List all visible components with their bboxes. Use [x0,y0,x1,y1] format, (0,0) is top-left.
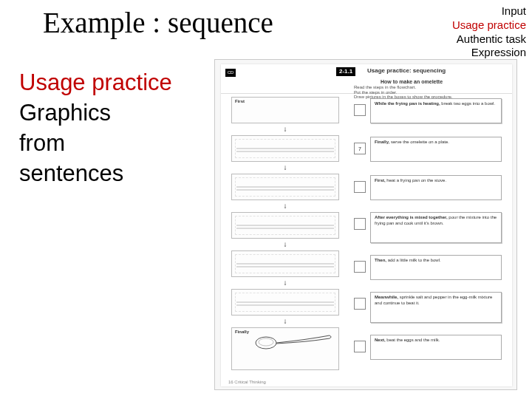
nav-item-input: Input [452,4,526,18]
step-box: Next, beat the eggs and the milk. [370,335,502,360]
step-row: Meanwhile, sprinkle salt and pepper in t… [354,292,506,321]
step-number-box [354,261,366,273]
arrow-down-icon: ↓ [282,202,289,210]
flow-box [231,174,339,200]
unit-title: Usage practice: sequencing [367,67,446,74]
step-text: Meanwhile, sprinkle salt and pepper in t… [375,295,497,306]
page-footer: 16 Critical Thinking [228,380,266,384]
flow-box [231,135,339,162]
arrow-down-icon: ↓ [282,163,289,171]
step-number-box [354,104,366,116]
arrow-down-icon: ↓ [282,125,289,133]
svg-point-1 [259,338,273,346]
steps-column: While the frying pan is heating, break t… [354,94,506,379]
instruction-line: Read the steps in the flowchart. [354,85,452,90]
flowchart-column: First ↓ ↓ ↓ ↓ ↓ [221,94,347,379]
worksheet-columns: First ↓ ↓ ↓ ↓ ↓ [221,94,512,386]
side-highlight: Usage practice [19,68,172,98]
step-box: Meanwhile, sprinkle salt and pepper in t… [370,292,502,323]
step-text: Then, add a little milk to the bowl. [375,258,497,264]
step-text: While the frying pan is heating, break t… [375,101,497,107]
step-text: First, heat a frying pan on the stove. [375,178,497,184]
nav-item-expression: Expression [452,46,526,60]
nav-list: Input Usage practice Authentic task Expr… [452,4,526,60]
step-box: While the frying pan is heating, break t… [370,98,502,123]
arrow-down-icon: ↓ [282,240,289,248]
step-row: First, heat a frying pan on the stove. [354,175,506,205]
worksheet-page: CD 2-1.1 Usage practice: sequencing How … [221,64,512,386]
step-row: While the frying pan is heating, break t… [354,98,506,128]
arrow-down-icon: ↓ [282,317,289,325]
step-row: Next, beat the eggs and the milk. [354,335,506,364]
side-line: from [19,129,172,159]
sketch-placeholder [236,263,334,273]
step-row: After everything is mixed together, pour… [354,212,506,242]
side-line: sentences [19,159,172,189]
arrow-down-icon: ↓ [282,279,289,287]
worksheet-image: CD 2-1.1 Usage practice: sequencing How … [214,59,517,390]
step-box: Then, add a little milk to the bowl. [370,255,502,280]
step-text: After everything is mixed together, pour… [375,215,497,226]
step-box: First, heat a frying pan on the stove. [370,175,502,200]
sketch-placeholder [236,301,334,312]
flow-box [231,212,339,239]
step-row: Then, add a little milk to the bowl. [354,255,506,284]
step-number-box [354,181,366,193]
task-title: How to make an omelette [381,79,443,84]
step-number-box [354,298,366,310]
side-line: Graphics [19,98,172,129]
flow-box [231,289,339,316]
side-description: Usage practice Graphics from sentences [19,68,172,189]
spoon-illustration-icon [254,330,335,352]
nav-item-authentic-task: Authentic task [452,33,526,47]
flow-box-finally: Finally [231,327,339,370]
slide-title: Example : sequence [43,6,273,39]
step-text: Next, beat the eggs and the milk. [375,338,497,344]
sketch-placeholder [236,186,334,197]
cd-badge: CD [225,69,236,77]
unit-badge: 2-1.1 [336,67,355,76]
flow-label-first: First [235,99,245,103]
step-box: Finally, serve the omelette on a plate. [370,137,502,162]
nav-item-usage-practice: Usage practice [452,18,526,33]
step-box: After everything is mixed together, pour… [370,212,502,243]
sketch-placeholder [236,225,334,235]
flow-label-finally: Finally [235,330,249,334]
step-number-box [354,218,366,230]
step-number-box: 7 [354,143,366,154]
page-header: CD 2-1.1 Usage practice: sequencing How … [221,64,512,94]
step-text: Finally, serve the omelette on a plate. [375,140,497,146]
step-row: 7 Finally, serve the omelette on a plate… [354,137,506,166]
sketch-placeholder [236,148,334,158]
flow-box [231,250,339,277]
step-number-box [354,341,366,352]
flow-box-first: First [231,97,339,123]
